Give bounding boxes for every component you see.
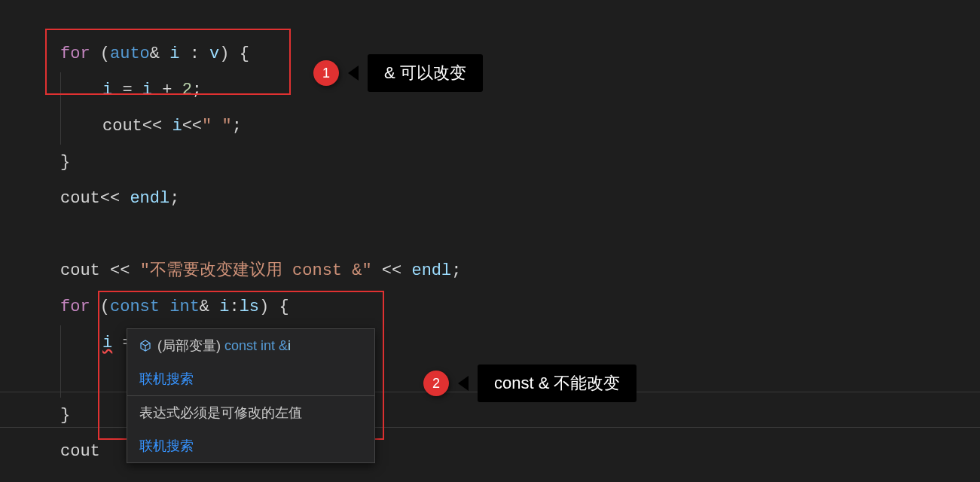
keyword-auto: auto bbox=[110, 44, 150, 63]
string-literal: "不需要改变建议用 const &" bbox=[140, 261, 372, 280]
online-search-link[interactable]: 联机搜索 bbox=[139, 370, 194, 388]
code-line[interactable] bbox=[60, 217, 461, 253]
code-line[interactable]: cout<< i<<" "; bbox=[60, 108, 461, 145]
tooltip-error-message: 表达式必须是可修改的左值 bbox=[139, 404, 302, 422]
endl: endl bbox=[130, 189, 169, 208]
code-line[interactable]: cout << "不需要改变建议用 const &" << endl; bbox=[60, 253, 461, 289]
code-line[interactable]: cout<< endl; bbox=[60, 181, 461, 217]
tooltip-type: const int bbox=[224, 338, 279, 353]
annotation-callout-1: 1 & 可以改变 bbox=[313, 54, 483, 92]
hover-tooltip: (局部变量) const int &i 联机搜索 表达式必须是可修改的左值 联机… bbox=[127, 328, 375, 463]
callout-arrow-icon bbox=[348, 66, 359, 81]
symbol-variable-icon bbox=[139, 340, 151, 352]
tooltip-search-link-row: 联机搜索 bbox=[127, 362, 374, 395]
variable-v: v bbox=[209, 44, 219, 63]
callout-label: const & 不能改变 bbox=[478, 365, 637, 402]
callout-badge: 2 bbox=[423, 371, 449, 396]
cout: cout bbox=[102, 117, 142, 136]
callout-arrow-icon bbox=[458, 376, 469, 391]
tooltip-search-link-row-2: 联机搜索 bbox=[127, 429, 374, 462]
tooltip-error-row: 表达式必须是可修改的左值 bbox=[127, 395, 374, 429]
tooltip-variable: i bbox=[288, 338, 291, 353]
keyword-int: int bbox=[169, 297, 200, 316]
error-token[interactable]: i bbox=[102, 334, 112, 352]
keyword-for: for bbox=[60, 44, 90, 63]
tooltip-scope: (局部变量) bbox=[157, 338, 221, 353]
callout-badge: 1 bbox=[313, 60, 339, 86]
keyword-const: const bbox=[110, 297, 160, 316]
online-search-link[interactable]: 联机搜索 bbox=[139, 437, 194, 455]
variable-ls: ls bbox=[240, 297, 259, 316]
tooltip-signature-row: (局部变量) const int &i bbox=[127, 329, 374, 362]
variable-i: i bbox=[169, 44, 179, 63]
code-line[interactable]: for (const int& i:ls) { bbox=[60, 289, 461, 325]
annotation-callout-2: 2 const & 不能改变 bbox=[423, 365, 637, 402]
code-line[interactable]: } bbox=[60, 145, 461, 181]
callout-label: & 可以改变 bbox=[368, 54, 483, 92]
